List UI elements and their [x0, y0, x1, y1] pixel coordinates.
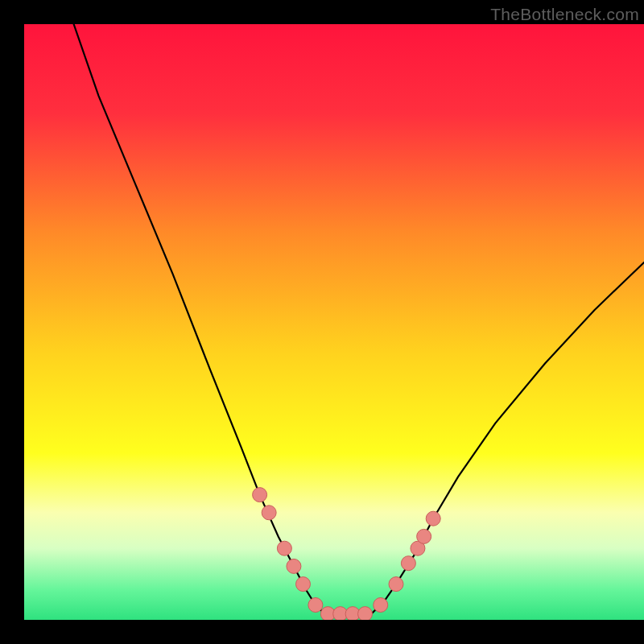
marker-dot: [287, 559, 301, 573]
marker-dot: [262, 506, 276, 520]
marker-dot: [358, 607, 373, 620]
marker-dot: [296, 577, 311, 592]
marker-dot: [389, 577, 403, 592]
marker-dot: [401, 556, 415, 571]
plot-area: [24, 24, 644, 620]
watermark-text: TheBottleneck.com: [490, 5, 639, 24]
marker-dot: [277, 541, 291, 555]
marker-group: [253, 488, 441, 620]
marker-dot: [417, 529, 431, 543]
marker-dot: [374, 598, 388, 613]
bottleneck-curve: [74, 24, 644, 614]
marker-dot: [253, 488, 267, 502]
marker-dot: [308, 598, 323, 613]
curve-layer: [24, 24, 644, 620]
marker-dot: [426, 511, 440, 526]
chart-frame: TheBottleneck.com: [0, 0, 644, 644]
